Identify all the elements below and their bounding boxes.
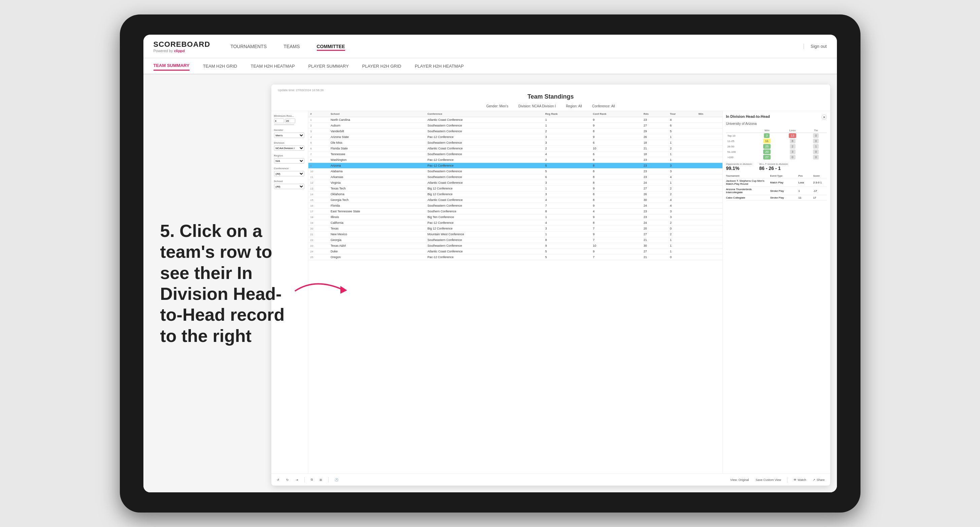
table-row[interactable]: 18 Illinois Big Ten Conference 1 9 23 3 — [309, 214, 722, 220]
table-row[interactable]: 13 Texas Tech Big 12 Conference 1 9 27 2 — [309, 186, 722, 192]
nav-tournaments[interactable]: TOURNAMENTS — [230, 42, 267, 51]
table-row[interactable]: 4 Arizona State Pac-12 Conference 3 9 26… — [309, 134, 722, 140]
cell-conf-rank: 9 — [591, 249, 641, 254]
tournament-col-type: Event Type — [770, 175, 797, 177]
table-row[interactable]: 22 Georgia Southeastern Conference 8 7 2… — [309, 237, 722, 243]
h2h-win-top10: 3 — [754, 133, 780, 139]
table-row[interactable]: 5 Ole Miss Southeastern Conference 3 6 1… — [309, 140, 722, 146]
h2h-loss-top10: 13 — [780, 133, 805, 139]
wlt-label: W-L-T record in-division: — [759, 162, 788, 165]
cell-rank: 12 — [309, 180, 329, 186]
tournament-name-1: Jackson T. Stephens Cup Men's Match-Play… — [726, 179, 769, 186]
cell-tour: 2 — [668, 232, 696, 237]
copy-button[interactable]: ⧉ — [309, 477, 315, 483]
cell-tour: 6 — [668, 123, 696, 129]
tournament-col-name: Tournament — [726, 175, 769, 177]
nav-teams[interactable]: TEAMS — [283, 42, 300, 51]
cell-school: Virginia — [329, 180, 426, 186]
cell-rank: 6 — [309, 146, 329, 151]
cell-conference: Southeastern Conference — [426, 123, 543, 129]
cell-conf-rank: 8 — [591, 168, 641, 174]
col-rds: Rds — [642, 111, 668, 117]
annotation-text: 5. Click on a team's row to see their In… — [160, 221, 291, 346]
cell-reg-rank: 1 — [543, 186, 591, 192]
cell-school: Tennessee — [329, 151, 426, 157]
table-row[interactable]: 25 Oregon Pac-12 Conference 5 7 21 0 — [309, 254, 722, 260]
table-row[interactable]: 1 North Carolina Atlantic Coast Conferen… — [309, 117, 722, 123]
table-row[interactable]: 14 Oklahoma Big 12 Conference 3 8 26 2 — [309, 192, 722, 197]
cell-tour: 1 — [668, 237, 696, 243]
cell-rds: 21 — [642, 254, 668, 260]
table-row[interactable]: 2 Auburn Southeastern Conference 1 9 27 … — [309, 123, 722, 129]
table-row[interactable]: 11 Arkansas Southeastern Conference 6 8 … — [309, 174, 722, 180]
table-header-row: # School Conference Reg Rank Conf Rank R… — [309, 111, 722, 117]
tab-player-h2h-heatmap[interactable]: PLAYER H2H HEATMAP — [415, 62, 464, 70]
cell-rds: 27 — [642, 249, 668, 254]
cell-rank: 8 — [309, 157, 329, 163]
share-button[interactable]: ↗ Share — [811, 477, 826, 483]
table-row[interactable]: 10 Alabama Southeastern Conference 5 8 2… — [309, 168, 722, 174]
col-win: Win — [696, 111, 722, 117]
top-nav-links: TOURNAMENTS TEAMS COMMITTEE — [230, 42, 803, 51]
table-row[interactable]: 20 Texas Big 12 Conference 3 7 20 0 — [309, 226, 722, 232]
cell-conference: Southeastern Conference — [426, 129, 543, 134]
cell-conference: Big 12 Conference — [426, 192, 543, 197]
svg-marker-0 — [340, 286, 347, 294]
table-row[interactable]: 6 Florida State Atlantic Coast Conferenc… — [309, 146, 722, 151]
tab-team-h2h-heatmap[interactable]: TEAM H2H HEATMAP — [250, 62, 294, 70]
table-row[interactable]: 19 California Pac-12 Conference 4 8 24 2 — [309, 220, 722, 226]
logo-sub: Powered by clippd — [154, 49, 210, 53]
cell-conf-rank: 6 — [591, 151, 641, 157]
table-row[interactable]: 23 Texas A&M Southeastern Conference 9 1… — [309, 243, 722, 249]
cell-rds: 26 — [642, 192, 668, 197]
cell-reg-rank: 2 — [543, 157, 591, 163]
tab-team-h2h-grid[interactable]: TEAM H2H GRID — [203, 62, 237, 70]
table-row[interactable]: 9 Arizona Pac-12 Conference 5 8 23 3 — [309, 163, 722, 168]
wlt-value: 86 - 26 - 1 — [759, 165, 788, 171]
table-row[interactable]: 17 East Tennessee State Southern Confere… — [309, 209, 722, 214]
cell-rank: 17 — [309, 209, 329, 214]
tab-player-summary[interactable]: PLAYER SUMMARY — [309, 62, 349, 70]
cell-school: New Mexico — [329, 232, 426, 237]
view-original-button[interactable]: View: Original — [728, 477, 751, 483]
tournament-col-pos: Pos — [799, 175, 812, 177]
h2h-col-loss: Loss — [780, 128, 805, 133]
cell-tour: 1 — [668, 151, 696, 157]
cell-reg-rank: 3 — [543, 192, 591, 197]
clock-button[interactable]: 🕐 — [332, 477, 340, 483]
table-row[interactable]: 8 Washington Pac-12 Conference 2 8 23 1 — [309, 157, 722, 163]
tab-team-summary[interactable]: TEAM SUMMARY — [154, 61, 189, 71]
h2h-label-over100: >100 — [726, 154, 754, 160]
cell-conf-rank: 8 — [591, 220, 641, 226]
cell-rank: 14 — [309, 192, 329, 197]
cell-rds: 30 — [642, 243, 668, 249]
cell-rank: 23 — [309, 243, 329, 249]
save-custom-view-label: Save Custom View — [756, 478, 781, 482]
cell-school: Georgia Tech — [329, 197, 426, 203]
sign-out-button[interactable]: Sign out — [803, 44, 827, 49]
cell-win — [696, 237, 722, 243]
cell-rank: 21 — [309, 232, 329, 237]
tab-player-h2h-grid[interactable]: PLAYER H2H GRID — [362, 62, 401, 70]
h2h-col-tie: Tie — [805, 128, 826, 133]
table-row[interactable]: 12 Virginia Atlantic Coast Conference 3 … — [309, 180, 722, 186]
watch-button[interactable]: 👁 Watch — [791, 477, 808, 483]
cell-conference: Southeastern Conference — [426, 174, 543, 180]
cell-conference: Atlantic Coast Conference — [426, 146, 543, 151]
table-row[interactable]: 21 New Mexico Mountain West Conference 1… — [309, 232, 722, 237]
table-row[interactable]: 3 Vanderbilt Southeastern Conference 2 8… — [309, 129, 722, 134]
cell-conf-rank: 6 — [591, 140, 641, 146]
table-row[interactable]: 16 Florida Southeastern Conference 7 9 2… — [309, 203, 722, 209]
filter-row: Gender: Men's Division: NCAA Division I … — [278, 103, 824, 110]
table-row[interactable]: 15 Georgia Tech Atlantic Coast Conferenc… — [309, 197, 722, 203]
table-row[interactable]: 24 Duke Atlantic Coast Conference 5 9 27… — [309, 249, 722, 254]
paste-button[interactable]: ⊞ — [317, 477, 324, 483]
table-row[interactable]: 7 Tennessee Southeastern Conference 4 6 … — [309, 151, 722, 157]
view-original-label: View: Original — [730, 478, 749, 482]
tournament-name-2: Arizona Thunderbirds Intercollegiate — [726, 188, 769, 194]
save-custom-view-button[interactable]: Save Custom View — [753, 477, 783, 483]
cell-rank: 3 — [309, 129, 329, 134]
cell-reg-rank: 4 — [543, 151, 591, 157]
nav-committee[interactable]: COMMITTEE — [317, 42, 345, 51]
h2h-close-button[interactable]: ✕ — [821, 114, 827, 120]
